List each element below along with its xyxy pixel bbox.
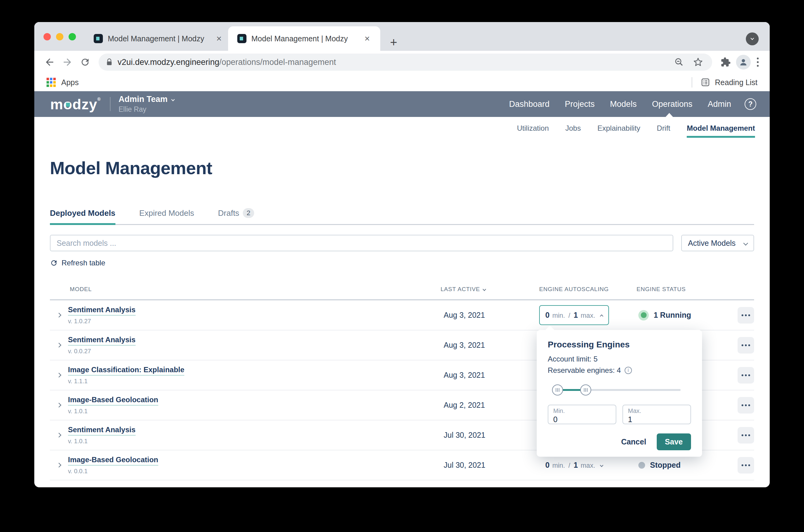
model-name-link[interactable]: Image Classification: Explainable (68, 365, 184, 376)
processing-engines-popover: Processing Engines Account limit: 5 Rese… (537, 330, 702, 457)
row-menu-button[interactable] (737, 307, 754, 324)
model-name-link[interactable]: Sentiment Analysis (68, 425, 136, 436)
min-field[interactable]: Min. 0 (548, 405, 616, 424)
stopped-status-icon (638, 462, 645, 469)
engine-range-slider (548, 384, 691, 396)
chevron-up-icon (600, 315, 603, 318)
last-active-date: Aug 2, 2021 (441, 401, 539, 410)
save-button[interactable]: Save (657, 433, 691, 450)
subnav-drift[interactable]: Drift (657, 124, 670, 133)
row-menu-button[interactable] (737, 337, 754, 354)
bookmarks-bar: Apps Reading List (34, 74, 770, 91)
row-menu-button[interactable] (737, 427, 754, 443)
modzy-logo[interactable]: modzy® (50, 97, 101, 111)
row-menu-button[interactable] (737, 367, 754, 383)
minimize-window-button[interactable] (56, 33, 63, 40)
apps-grid-icon[interactable] (46, 78, 56, 87)
page-title: Model Management (50, 158, 754, 178)
tab-search-button[interactable] (746, 33, 759, 45)
row-expand-chevron[interactable] (57, 373, 61, 378)
new-tab-button[interactable]: + (390, 36, 397, 49)
browser-tab-active[interactable]: Model Management | Modzy × (228, 26, 380, 51)
zoom-window-button[interactable] (69, 33, 76, 40)
tab-drafts[interactable]: Drafts2 (218, 208, 254, 218)
browser-menu-icon[interactable] (754, 58, 762, 67)
table-row: Sentiment Analysis v. 1.0.27 Aug 3, 2021… (50, 300, 754, 330)
divider (110, 97, 111, 111)
lock-icon (105, 58, 113, 66)
slider-handle-max[interactable] (580, 384, 591, 396)
row-expand-chevron[interactable] (57, 343, 61, 348)
team-switcher[interactable]: Admin Team Ellie Ray (118, 95, 174, 114)
model-name-link[interactable]: Image-Based Geolocation (68, 396, 158, 405)
max-input[interactable]: 1 (628, 415, 686, 424)
subnav-explainability[interactable]: Explainability (597, 124, 640, 133)
active-nav-caret (666, 113, 673, 117)
tab-title: Model Management | Modzy (108, 34, 210, 43)
model-name-link[interactable]: Image-Based Geolocation (68, 455, 158, 466)
col-engine-autoscaling: ENGINE AUTOSCALING (539, 286, 637, 292)
tab-expired-models[interactable]: Expired Models (139, 208, 194, 218)
model-filter-dropdown[interactable]: Active Models (681, 235, 754, 251)
model-name-link[interactable]: Sentiment Analysis (68, 305, 136, 316)
chevron-down-icon (743, 241, 748, 246)
zoom-out-icon[interactable] (672, 55, 687, 70)
row-expand-chevron[interactable] (57, 433, 61, 438)
nav-projects[interactable]: Projects (565, 99, 595, 109)
tab-close-icon[interactable]: × (363, 34, 371, 43)
row-expand-chevron[interactable] (57, 313, 61, 318)
apps-label[interactable]: Apps (61, 78, 79, 87)
last-active-date: Aug 3, 2021 (441, 341, 539, 349)
url-bar[interactable]: v2ui.dev.modzy.engineering/operations/mo… (98, 54, 712, 71)
row-expand-chevron[interactable] (57, 403, 61, 408)
row-expand-chevron[interactable] (57, 463, 61, 468)
chevron-down-icon (600, 463, 603, 467)
nav-dashboard[interactable]: Dashboard (509, 99, 549, 109)
nav-models[interactable]: Models (610, 99, 637, 109)
slider-handle-min[interactable] (552, 384, 563, 396)
bookmark-star-icon[interactable] (691, 55, 706, 70)
search-input[interactable] (50, 235, 673, 251)
chevron-down-icon (750, 36, 754, 40)
model-version: v. 1.0.1 (68, 438, 136, 445)
user-name: Ellie Ray (118, 105, 174, 114)
subnav-jobs[interactable]: Jobs (565, 124, 581, 133)
subnav-model-management[interactable]: Model Management (687, 124, 755, 133)
model-version: v. 0.0.1 (68, 468, 158, 475)
back-button[interactable] (42, 55, 57, 70)
running-status-icon (638, 310, 649, 321)
reading-list-label[interactable]: Reading List (715, 78, 758, 87)
operations-subnav: Utilization Jobs Explainability Drift Mo… (34, 117, 770, 139)
row-menu-button[interactable] (737, 457, 754, 474)
main-nav: Dashboard Projects Models Operations Adm… (509, 98, 756, 110)
tab-close-icon[interactable]: × (215, 34, 223, 43)
col-last-active[interactable]: LAST ACTIVE (441, 286, 539, 292)
model-version: v. 1.0.27 (68, 318, 136, 325)
min-input[interactable]: 0 (553, 415, 611, 424)
close-window-button[interactable] (43, 33, 51, 40)
window-controls (43, 33, 76, 40)
tab-deployed-models[interactable]: Deployed Models (50, 208, 115, 218)
cancel-button[interactable]: Cancel (621, 437, 646, 446)
refresh-table-button[interactable]: Refresh table (50, 259, 105, 267)
autoscaling-button-open[interactable]: 0min. / 1max. (539, 305, 609, 325)
app-header: modzy® Admin Team Ellie Ray Dashboard Pr… (34, 91, 770, 117)
nav-admin[interactable]: Admin (708, 99, 731, 109)
browser-toolbar: v2ui.dev.modzy.engineering/operations/mo… (34, 51, 770, 74)
browser-tab-inactive[interactable]: Model Management | Modzy × (89, 26, 227, 51)
profile-avatar[interactable] (736, 55, 751, 70)
extensions-puzzle-icon[interactable] (718, 55, 733, 70)
forward-button[interactable] (60, 55, 75, 70)
nav-operations[interactable]: Operations (652, 99, 692, 109)
model-name-link[interactable]: Sentiment Analysis (68, 336, 136, 346)
filter-value: Active Models (688, 239, 736, 248)
status-label: 1 Running (654, 311, 691, 320)
reload-button[interactable] (78, 55, 92, 70)
max-field[interactable]: Max. 1 (622, 405, 691, 424)
row-menu-button[interactable] (737, 397, 754, 414)
help-icon[interactable]: ? (745, 98, 756, 110)
info-icon[interactable]: i (624, 367, 632, 374)
subnav-utilization[interactable]: Utilization (517, 124, 549, 133)
divider (692, 77, 692, 88)
autoscaling-button[interactable]: 0min. / 1max. (545, 461, 603, 470)
